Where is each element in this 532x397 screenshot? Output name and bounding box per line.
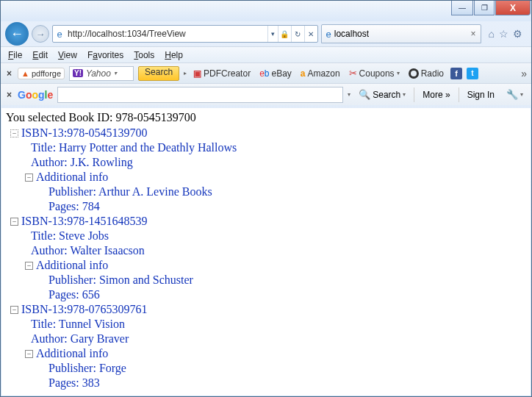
amazon-button[interactable]: aAmazon bbox=[298, 68, 342, 79]
tab-strip: e localhost × bbox=[321, 24, 481, 43]
additional-info-label[interactable]: Additional info bbox=[36, 170, 108, 185]
separator bbox=[414, 87, 414, 102]
radio-icon bbox=[409, 68, 419, 79]
tree-node-additional: −Additional info bbox=[25, 346, 526, 361]
page-content: You selected Book ID: 978-0545139700 −IS… bbox=[1, 108, 531, 396]
chrome-icons: ⌂ ☆ ⚙ bbox=[484, 28, 527, 40]
menu-edit[interactable]: Edit bbox=[28, 49, 52, 62]
toolbar-close-icon[interactable]: × bbox=[5, 68, 13, 79]
expander-icon[interactable]: − bbox=[10, 218, 18, 226]
expander-icon[interactable]: − bbox=[25, 174, 33, 182]
pdfcreator-button[interactable]: ▣PDFCreator bbox=[191, 68, 253, 79]
forward-button[interactable]: → bbox=[32, 25, 49, 43]
favorites-icon[interactable]: ☆ bbox=[499, 28, 508, 40]
google-logo[interactable]: Google bbox=[18, 89, 53, 101]
google-toolbar-close-icon[interactable]: × bbox=[5, 90, 13, 100]
window-maximize-button[interactable]: ❐ bbox=[474, 1, 495, 15]
window-close-button[interactable]: X bbox=[495, 1, 531, 15]
pages-label[interactable]: Pages: 656 bbox=[48, 287, 100, 302]
google-more-button[interactable]: More » bbox=[419, 87, 453, 102]
home-icon[interactable]: ⌂ bbox=[489, 28, 495, 40]
ebay-button[interactable]: ebeBay bbox=[257, 68, 294, 79]
pdfforge-logo[interactable]: ▲pdfforge bbox=[18, 68, 65, 79]
titlebar: — ❐ X bbox=[1, 1, 531, 21]
browser-window: — ❐ X ← → e ▾ 🔒 ↻ ✕ e localhost × ⌂ bbox=[0, 0, 532, 397]
expander-icon[interactable]: − bbox=[10, 306, 18, 314]
twitter-icon[interactable]: t bbox=[467, 68, 478, 79]
isbn-label[interactable]: ISBN-13:978-1451648539 bbox=[21, 214, 148, 229]
address-buttons: ▾ 🔒 ↻ ✕ bbox=[267, 26, 317, 42]
coupons-button[interactable]: ✂Coupons▾ bbox=[347, 67, 402, 79]
navigation-bar: ← → e ▾ 🔒 ↻ ✕ e localhost × ⌂ ☆ ⚙ bbox=[1, 21, 531, 46]
ie-page-icon: e bbox=[53, 29, 66, 40]
address-dropdown-icon[interactable]: ▾ bbox=[267, 26, 278, 42]
search-go-icon[interactable]: ▸ bbox=[184, 70, 187, 76]
title-label[interactable]: Title: Tunnel Vision bbox=[31, 317, 125, 332]
author-label[interactable]: Author: J.K. Rowling bbox=[31, 155, 133, 170]
refresh-button[interactable]: ↻ bbox=[291, 26, 304, 42]
additional-info-label[interactable]: Additional info bbox=[36, 346, 108, 361]
coupons-icon: ✂ bbox=[349, 68, 357, 79]
window-minimize-button[interactable]: — bbox=[451, 1, 473, 15]
tree-node-title: Title: Tunnel Vision bbox=[31, 317, 526, 332]
google-search-input[interactable] bbox=[57, 87, 343, 103]
toolbar-search-button[interactable]: Search bbox=[138, 66, 179, 81]
expander-icon[interactable]: − bbox=[25, 350, 33, 358]
google-settings-button[interactable]: 🔧▾ bbox=[503, 87, 527, 102]
address-bar: e ▾ 🔒 ↻ ✕ bbox=[52, 25, 318, 43]
back-button[interactable]: ← bbox=[5, 22, 29, 46]
separator bbox=[459, 87, 459, 102]
flame-icon: ▲ bbox=[21, 69, 29, 78]
radio-button[interactable]: Radio bbox=[406, 68, 446, 79]
pdf-icon: ▣ bbox=[193, 68, 201, 79]
tree-node-additional: −Additional info bbox=[25, 258, 526, 273]
menu-view[interactable]: View bbox=[54, 49, 82, 62]
yahoo-search-box[interactable]: Y! Yahoo ▾ bbox=[69, 66, 134, 81]
yahoo-icon: Y! bbox=[73, 69, 83, 77]
expander-icon[interactable]: − bbox=[25, 262, 33, 270]
tree-node-title: Title: Harry Potter and the Deathly Hall… bbox=[31, 140, 526, 155]
title-label[interactable]: Title: Harry Potter and the Deathly Hall… bbox=[31, 140, 237, 155]
google-input-dropdown-icon[interactable]: ▾ bbox=[348, 91, 351, 98]
author-label[interactable]: Author: Gary Braver bbox=[31, 332, 129, 346]
tree-node-pages: Pages: 383 bbox=[48, 376, 526, 390]
menu-favorites[interactable]: Favorites bbox=[83, 49, 128, 62]
isbn-label[interactable]: ISBN-13:978-0765309761 bbox=[21, 302, 148, 317]
tree-node-author: Author: J.K. Rowling bbox=[31, 155, 526, 170]
treeview: −ISBN-13:978-0545139700Title: Harry Pott… bbox=[6, 126, 526, 390]
author-label[interactable]: Author: Walter Isaacson bbox=[31, 243, 145, 258]
expander-icon[interactable]: − bbox=[10, 129, 18, 137]
menu-help[interactable]: Help bbox=[160, 49, 187, 62]
magnifier-icon: 🔍 bbox=[359, 89, 370, 100]
tree-node-publisher: Publisher: Forge bbox=[48, 361, 526, 376]
title-label[interactable]: Title: Steve Jobs bbox=[31, 229, 109, 243]
stop-button[interactable]: ✕ bbox=[304, 26, 317, 42]
additional-info-label[interactable]: Additional info bbox=[36, 258, 108, 273]
facebook-icon[interactable]: f bbox=[450, 68, 462, 79]
pdfforge-toolbar: × ▲pdfforge Y! Yahoo ▾ Search ▸ ▣PDFCrea… bbox=[1, 62, 531, 83]
pages-label[interactable]: Pages: 383 bbox=[48, 376, 100, 390]
tree-node-pages: Pages: 656 bbox=[48, 287, 526, 302]
toolbar-overflow-icon[interactable]: » bbox=[521, 68, 527, 79]
menu-bar: File Edit View Favorites Tools Help bbox=[1, 46, 531, 62]
google-toolbar: × Google ▾ 🔍Search▾ More » Sign In 🔧▾ bbox=[1, 83, 531, 105]
address-input[interactable] bbox=[66, 29, 267, 39]
publisher-label[interactable]: Publisher: Simon and Schuster bbox=[48, 273, 193, 287]
tree-node-additional: −Additional info bbox=[25, 170, 526, 185]
coupons-dropdown-icon: ▾ bbox=[397, 70, 400, 76]
publisher-label[interactable]: Publisher: Forge bbox=[48, 361, 126, 376]
pages-label[interactable]: Pages: 784 bbox=[48, 199, 100, 214]
isbn-label[interactable]: ISBN-13:978-0545139700 bbox=[21, 126, 148, 140]
window-buttons: — ❐ X bbox=[451, 1, 531, 15]
google-signin-button[interactable]: Sign In bbox=[464, 87, 498, 102]
tab-ie-icon: e bbox=[326, 29, 331, 40]
menu-file[interactable]: File bbox=[4, 49, 26, 62]
lock-icon[interactable]: 🔒 bbox=[278, 26, 291, 42]
menu-tools[interactable]: Tools bbox=[129, 49, 159, 62]
tab-close-button[interactable]: × bbox=[471, 29, 476, 39]
browser-tab[interactable]: e localhost × bbox=[321, 24, 481, 43]
wrench-icon: 🔧 bbox=[506, 89, 518, 100]
publisher-label[interactable]: Publisher: Arthur A. Levine Books bbox=[48, 185, 212, 199]
settings-gear-icon[interactable]: ⚙ bbox=[513, 28, 522, 40]
google-search-button[interactable]: 🔍Search▾ bbox=[355, 87, 409, 102]
